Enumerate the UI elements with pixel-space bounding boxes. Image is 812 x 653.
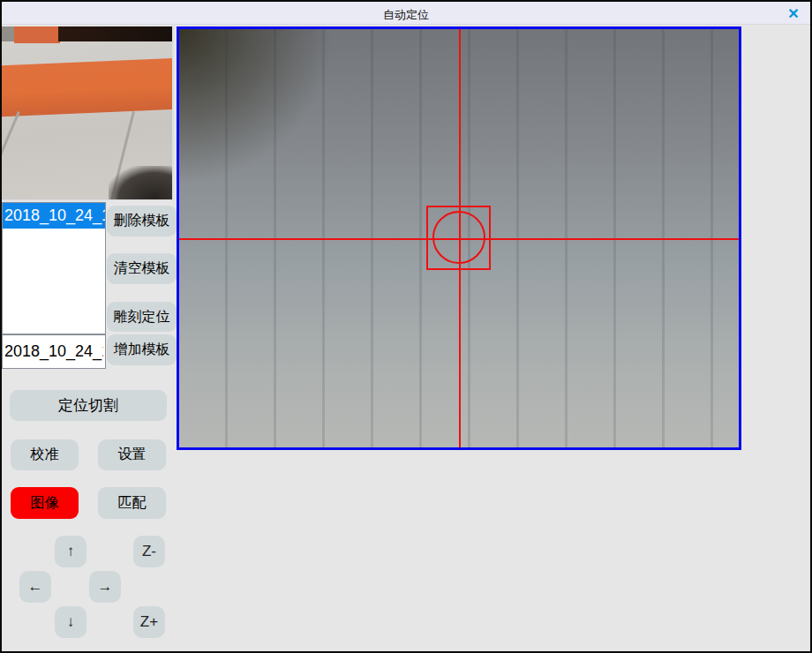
close-icon[interactable]: ✕ bbox=[784, 4, 803, 24]
jog-right-button[interactable]: → bbox=[89, 571, 121, 603]
template-preview-image bbox=[2, 26, 174, 200]
title-bar: 自动定位 ✕ bbox=[2, 2, 810, 25]
thumb-orange-band bbox=[2, 57, 174, 116]
template-name-input[interactable] bbox=[2, 334, 106, 369]
jog-z-plus-button[interactable]: Z+ bbox=[133, 606, 165, 638]
auto-position-dialog: 自动定位 ✕ 2018_10_24_11 删除模板 清空模板 雕刻定位 增加模板… bbox=[0, 0, 812, 653]
thumb-dark-blob bbox=[109, 166, 174, 200]
settings-button[interactable]: 设置 bbox=[98, 439, 166, 470]
clear-template-button[interactable]: 清空模板 bbox=[107, 253, 177, 284]
delete-template-button[interactable]: 删除模板 bbox=[107, 206, 177, 236]
template-list[interactable]: 2018_10_24_11 bbox=[2, 202, 106, 334]
thumb-orange-piece bbox=[14, 26, 60, 43]
list-item-template[interactable]: 2018_10_24_11 bbox=[3, 203, 105, 229]
thumb-dark-bar bbox=[58, 26, 174, 41]
jog-left-button[interactable]: ← bbox=[19, 571, 51, 603]
thumb-tile-line bbox=[2, 111, 20, 200]
position-cut-button[interactable]: 定位切割 bbox=[10, 390, 167, 421]
calibrate-button[interactable]: 校准 bbox=[11, 439, 79, 470]
image-button[interactable]: 图像 bbox=[11, 487, 79, 519]
match-button[interactable]: 匹配 bbox=[98, 487, 166, 519]
dialog-title: 自动定位 bbox=[2, 7, 810, 23]
camera-view[interactable] bbox=[177, 26, 741, 450]
target-circle-overlay bbox=[432, 211, 485, 264]
jog-z-minus-button[interactable]: Z- bbox=[133, 536, 165, 567]
jog-down-button[interactable]: ↓ bbox=[55, 606, 86, 638]
jog-up-button[interactable]: ↑ bbox=[55, 536, 86, 567]
engrave-position-button[interactable]: 雕刻定位 bbox=[107, 302, 177, 332]
add-template-button[interactable]: 增加模板 bbox=[107, 334, 177, 365]
